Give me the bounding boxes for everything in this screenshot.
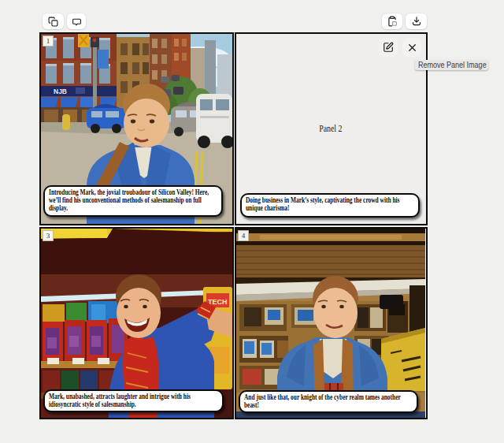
svg-text:NJB: NJB bbox=[54, 87, 67, 95]
